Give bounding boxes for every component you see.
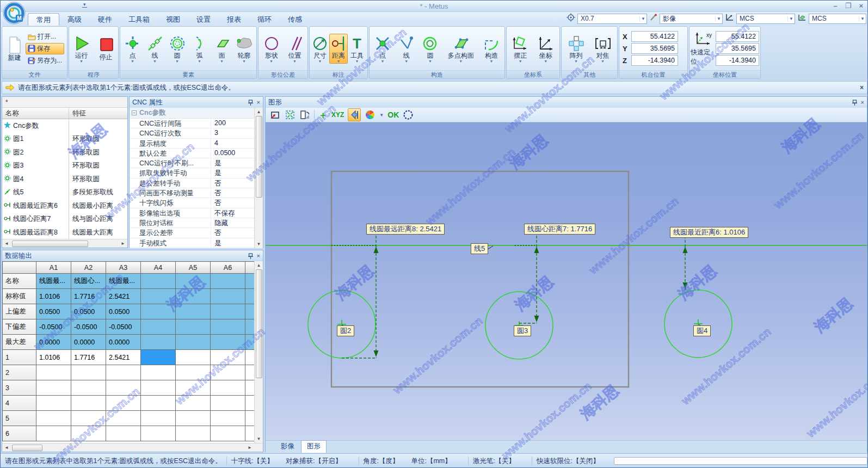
table-cell[interactable] xyxy=(141,426,176,441)
dim8-label[interactable]: 线圆最远距离8: 2.5421 xyxy=(366,224,445,235)
zoom-window-icon[interactable] xyxy=(270,109,281,120)
property-row[interactable]: 显示精度4 xyxy=(130,139,254,149)
table-cell[interactable] xyxy=(176,365,211,380)
table-cell[interactable] xyxy=(141,335,176,350)
table-cell[interactable] xyxy=(176,380,211,396)
table-cell[interactable]: -0.0500 xyxy=(36,319,71,335)
chevron-down-icon[interactable]: ▼ xyxy=(379,113,384,118)
data-output-close-icon[interactable]: × xyxy=(257,253,260,259)
save-as-button[interactable]: 另存为... xyxy=(26,55,64,66)
row-header[interactable]: 3 xyxy=(3,380,36,396)
element-circle-button[interactable]: 圆▼ xyxy=(166,34,188,63)
dimension-button[interactable]: 尺寸▼ xyxy=(311,34,329,63)
status-soft-limit[interactable]: 快速软限位:【关闭】 xyxy=(537,457,600,466)
table-cell[interactable] xyxy=(211,426,245,441)
property-row[interactable]: 十字线闪烁否 xyxy=(130,198,254,208)
app-logo-icon[interactable]: M xyxy=(3,2,26,27)
table-cell[interactable] xyxy=(36,426,71,441)
element-plane-button[interactable]: 面▼ xyxy=(211,34,233,63)
table-cell[interactable]: 2.5421 xyxy=(106,350,141,365)
restore-button[interactable]: ❐ xyxy=(845,2,852,10)
graphics-view-tab[interactable]: 影像 xyxy=(275,441,300,453)
row-header[interactable]: 下偏差 xyxy=(3,319,36,335)
table-cell[interactable]: 1.0106 xyxy=(36,350,71,365)
element-list-hscrollbar[interactable]: ◄► xyxy=(2,239,127,248)
property-row[interactable]: CNC运行间隔200 xyxy=(130,119,254,128)
chevron-down-icon[interactable]: ▼ xyxy=(639,16,647,21)
status-length-unit[interactable]: 单位:【mm】 xyxy=(411,457,451,466)
table-cell[interactable] xyxy=(141,319,176,335)
status-laser-pen[interactable]: 激光笔:【关】 xyxy=(473,457,515,466)
open-button[interactable]: 打开... xyxy=(26,31,64,42)
table-cell[interactable] xyxy=(176,396,211,411)
circle-select-icon[interactable] xyxy=(403,109,414,120)
align-button[interactable]: 摆正▼ xyxy=(509,34,532,63)
table-cell[interactable] xyxy=(176,289,211,304)
table-cell[interactable] xyxy=(71,426,106,441)
array-button[interactable]: 阵列▼ xyxy=(565,34,587,63)
table-cell[interactable] xyxy=(211,274,245,289)
table-cell[interactable]: -0.0500 xyxy=(71,319,106,335)
table-cell[interactable] xyxy=(176,274,211,289)
element-profile-button[interactable]: 轮廓▼ xyxy=(233,34,255,63)
property-row[interactable]: CNC运行次数3 xyxy=(130,128,254,138)
table-cell[interactable] xyxy=(176,304,211,319)
construct-generic-button[interactable]: 构造▼ xyxy=(481,34,503,63)
construct-multipoint-plane-button[interactable]: 多点构面▼ xyxy=(443,34,479,63)
table-cell[interactable] xyxy=(176,350,211,365)
element-list-row[interactable]: 线圆最远距离8 线圆最大距离 xyxy=(2,226,127,239)
column-header[interactable]: A4 xyxy=(141,262,176,274)
element-list-row[interactable]: 圆3 环形取圆 xyxy=(2,159,127,173)
xyz-readout-icon[interactable]: XYZ xyxy=(331,111,344,119)
pen-icon[interactable] xyxy=(649,14,657,24)
row-header[interactable]: 2 xyxy=(3,365,36,380)
column-header[interactable]: A1 xyxy=(36,262,71,274)
chevron-down-icon[interactable]: ▼ xyxy=(715,16,722,21)
table-cell[interactable]: 2.5421 xyxy=(106,289,141,304)
ok-button[interactable]: OK xyxy=(387,110,399,119)
status-angle-unit[interactable]: 角度:【度】 xyxy=(363,457,399,466)
close-button[interactable]: × xyxy=(859,2,863,10)
table-cell[interactable] xyxy=(141,274,176,289)
table-cell[interactable] xyxy=(176,335,211,350)
column-header[interactable]: A5 xyxy=(176,262,211,274)
message-close-icon[interactable]: × xyxy=(860,84,864,91)
new-button[interactable]: 新建 xyxy=(3,35,26,61)
stop-button[interactable]: 停止 xyxy=(95,36,117,61)
run-button[interactable]: 运行▼ xyxy=(70,34,93,63)
table-cell[interactable] xyxy=(141,365,176,380)
data-output-vscrollbar[interactable]: ▲▼ xyxy=(254,261,263,443)
table-cell[interactable] xyxy=(36,380,71,396)
table-cell[interactable] xyxy=(176,411,211,426)
dim6-label[interactable]: 线圆最近距离6: 1.0106 xyxy=(670,227,748,238)
table-cell[interactable]: 0.0000 xyxy=(36,335,71,350)
property-row[interactable]: 抓取失败转手动是 xyxy=(130,168,254,178)
data-output-table[interactable]: A1A2A3A4A5A6名称线圆最...线圆心...线圆最...标称值1.010… xyxy=(2,261,256,441)
row-header[interactable]: 4 xyxy=(3,396,36,411)
rotate-view-icon[interactable] xyxy=(299,109,310,120)
data-output-hscrollbar[interactable]: ◄► xyxy=(2,443,263,452)
column-header[interactable]: A3 xyxy=(106,262,141,274)
table-cell[interactable] xyxy=(141,380,176,396)
table-cell[interactable] xyxy=(211,319,245,335)
table-cell[interactable]: 0.0500 xyxy=(71,304,106,319)
table-cell[interactable] xyxy=(141,289,176,304)
table-cell[interactable]: 1.0106 xyxy=(36,289,71,304)
table-cell[interactable] xyxy=(71,365,106,380)
property-row[interactable]: 手动模式是 xyxy=(130,238,254,248)
construct-circle-button[interactable]: 圆▼ xyxy=(419,34,441,63)
coordinate-button[interactable]: 坐标▼ xyxy=(534,34,557,63)
property-row[interactable]: 默认公差0.0500 xyxy=(130,149,254,158)
row-header[interactable]: 上偏差 xyxy=(3,304,36,319)
table-cell[interactable] xyxy=(106,365,141,380)
column-header-feature[interactable]: 特征 xyxy=(69,108,89,119)
construct-point-button[interactable]: 点▼ xyxy=(371,34,393,63)
table-cell[interactable]: 1.7716 xyxy=(71,350,106,365)
quick-locate-label[interactable]: 快速定位 xyxy=(691,48,714,66)
property-row[interactable]: CNC运行时不刷...是 xyxy=(130,158,254,168)
table-cell[interactable] xyxy=(176,426,211,441)
table-cell[interactable] xyxy=(106,426,141,441)
table-cell[interactable] xyxy=(211,411,245,426)
row-header[interactable]: 最大差 xyxy=(3,335,36,350)
row-header[interactable]: 6 xyxy=(3,426,36,441)
